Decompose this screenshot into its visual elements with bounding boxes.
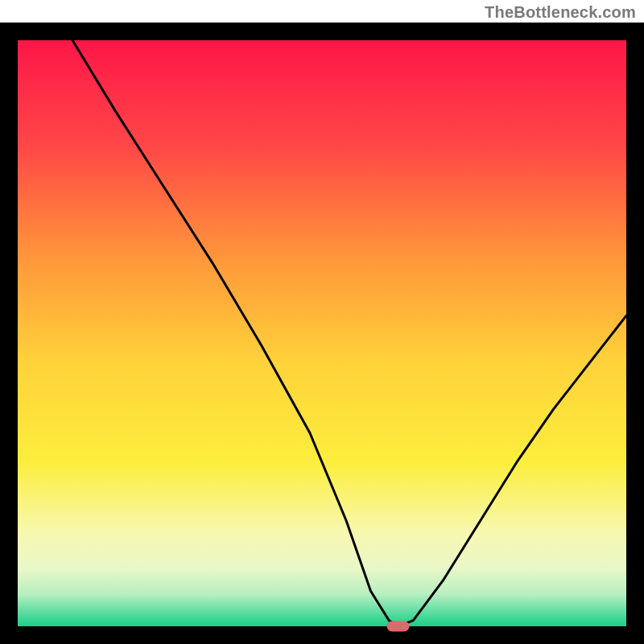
bottleneck-chart	[0, 0, 644, 644]
watermark-text: TheBottleneck.com	[485, 3, 636, 22]
chart-container: TheBottleneck.com	[0, 0, 644, 644]
minimum-marker	[387, 621, 410, 632]
plot-background	[18, 40, 626, 626]
